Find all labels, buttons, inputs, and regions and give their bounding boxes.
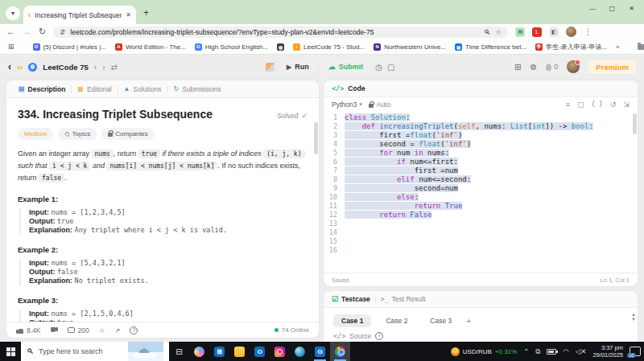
tab-solutions[interactable]: ▲Solutions <box>118 85 167 93</box>
timer-icon[interactable]: ◷ <box>375 63 382 72</box>
tab-close-icon[interactable]: ✕ <box>126 11 131 18</box>
thumbs-down-icon[interactable] <box>51 327 58 334</box>
copilot-icon[interactable] <box>189 342 209 361</box>
code-editor[interactable]: 1class Solution:2 def increasingTriplet(… <box>324 112 638 273</box>
tab-description[interactable]: ▤Description <box>13 85 71 93</box>
display-icon[interactable]: ⧉ <box>535 347 540 356</box>
currency-ticker[interactable]: USD/RUB +0.31% <box>451 347 517 356</box>
testcase-scrollbar[interactable]: ▲▼ <box>631 312 636 322</box>
tab-testcase[interactable]: ☑ Testcase <box>332 295 370 303</box>
like-button[interactable]: 8.4K <box>16 326 41 334</box>
code-line: 15 <box>324 237 638 246</box>
pinned-app-icon[interactable]: G <box>310 342 330 361</box>
bookmark-label: Time Difference bet... <box>465 43 526 51</box>
site-info-icon[interactable]: ⇵ <box>60 28 65 36</box>
tab-submissions[interactable]: ↻Submissions <box>168 85 227 93</box>
refresh-button[interactable]: ↻ <box>39 27 46 36</box>
bookmark-item[interactable]: ◍Time Difference bet... <box>455 43 526 51</box>
prev-problem-icon[interactable]: ‹ <box>94 63 97 72</box>
reset-code-icon[interactable]: ↺ <box>610 101 617 109</box>
tab-search-button[interactable]: ▾ <box>6 6 20 20</box>
submit-button[interactable]: ☁ Submit <box>321 59 371 74</box>
fullscreen-icon[interactable]: ⇲ <box>623 101 630 109</box>
topics-button[interactable]: ◇ Topics <box>58 128 97 140</box>
note-icon[interactable]: ▢ <box>387 63 394 72</box>
case-tab-2[interactable]: Case 2 <box>378 314 415 327</box>
tab-editorial[interactable]: ▦Editorial <box>72 85 117 93</box>
microsoft-store-icon[interactable]: ⊞ <box>209 342 229 361</box>
bookmark-icon[interactable]: ▢ <box>577 101 584 109</box>
share-icon[interactable]: ↗ <box>114 326 120 334</box>
all-bookmarks-button[interactable]: All Bookmarks <box>638 43 644 51</box>
extension-icon-mail[interactable]: ▤ <box>515 27 525 37</box>
edge-icon[interactable] <box>290 342 310 361</box>
tray-expand-icon[interactable]: ⌃ <box>523 347 529 355</box>
run-button[interactable]: ▶ Run <box>279 59 316 74</box>
favorite-star-icon[interactable]: ☆ <box>99 326 105 334</box>
source-row[interactable]: </> Source ? <box>324 330 638 342</box>
bookmark-item[interactable]: ‹LeetCode 75 - Stud... <box>293 43 365 51</box>
taskbar-clock[interactable]: 3:37 pm 29/01/2025 <box>592 344 623 359</box>
tab-test-result[interactable]: >_ Test Result <box>381 295 426 303</box>
minimize-button[interactable]: — <box>589 5 596 12</box>
chrome-icon[interactable] <box>330 342 350 361</box>
auto-toggle[interactable]: Auto <box>369 101 391 109</box>
start-button[interactable] <box>0 342 21 361</box>
task-view-button[interactable]: ⊟ <box>169 342 189 361</box>
network-icon[interactable]: ◠ <box>563 347 568 355</box>
editor-scrollbar[interactable] <box>633 113 637 134</box>
format-icon[interactable]: ≡ <box>566 101 570 109</box>
premium-button[interactable]: Premium <box>588 60 636 74</box>
source-help-icon[interactable]: ? <box>375 332 383 340</box>
close-button[interactable]: ✕ <box>629 5 634 12</box>
zoom-icon[interactable]: 🔍︎ <box>484 28 491 36</box>
gear-icon[interactable]: ⚙ <box>530 63 537 72</box>
browser-menu-icon[interactable]: ⋮ <box>584 27 592 36</box>
bookmark-item[interactable]: D(5) Discord | #rules |... <box>33 43 106 51</box>
help-icon[interactable]: ? <box>130 326 138 334</box>
difficulty-badge[interactable]: Medium <box>18 128 53 140</box>
maximize-button[interactable]: ▢ <box>609 5 616 12</box>
weather-widget-image[interactable] <box>128 342 163 361</box>
address-bar[interactable]: ⇵ leetcode.com/problems/increasing-tripl… <box>53 27 508 38</box>
new-tab-button[interactable]: + <box>143 7 149 18</box>
forward-button[interactable]: → <box>23 27 31 36</box>
notification-center-icon[interactable]: 10 <box>630 347 641 356</box>
language-selector[interactable]: Python3 ▾ <box>332 101 362 109</box>
next-problem-icon[interactable]: › <box>102 63 105 72</box>
add-case-button[interactable]: + <box>466 317 471 326</box>
user-avatar[interactable] <box>567 60 580 73</box>
comments-button[interactable]: 200 <box>68 326 89 334</box>
bookmark-star-icon[interactable]: ☆ <box>496 28 502 36</box>
notebook-icon[interactable] <box>266 63 275 72</box>
file-explorer-icon[interactable] <box>229 342 250 361</box>
layout-icon[interactable]: ⊞ <box>514 63 521 72</box>
collapse-nav-icon[interactable]: ‹ <box>8 61 11 72</box>
companies-button[interactable]: Companies <box>101 128 154 140</box>
extensions-puzzle-icon[interactable]: ◧ <box>549 27 559 37</box>
outlook-icon[interactable]: O <box>250 342 270 361</box>
battery-icon[interactable] <box>547 349 556 355</box>
case-tab-3[interactable]: Case 3 <box>422 314 460 327</box>
study-plan-title[interactable]: LeetCode 75 <box>43 63 89 72</box>
bookmark-item[interactable]: AWorld Edition - The... <box>115 43 186 51</box>
leetcode-logo-icon[interactable]: ‹› <box>17 62 23 72</box>
back-button[interactable]: ← <box>6 27 15 36</box>
bookmark-item[interactable]: ◍ <box>277 43 284 51</box>
shuffle-icon[interactable]: ⇄ <box>111 63 118 72</box>
apps-grid-icon[interactable]: ⊞ <box>8 43 15 51</box>
streak-flame-icon[interactable]: 0 <box>546 63 558 71</box>
bookmark-item[interactable]: GHigh School English... <box>195 43 268 51</box>
bookmarks-overflow-icon[interactable]: » <box>616 43 619 51</box>
browser-profile-avatar[interactable] <box>566 27 576 37</box>
bookmark-item[interactable]: 学学生-录入申请-申请... <box>535 43 607 51</box>
browser-tab[interactable]: ‹ Increasing Triplet Subsequence ✕ <box>23 6 136 24</box>
problem-scrollbar[interactable] <box>314 122 318 154</box>
volume-muted-icon[interactable]: ◁✕ <box>576 347 587 355</box>
case-tab-1[interactable]: Case 1 <box>333 314 371 327</box>
instagram-icon[interactable] <box>270 342 290 361</box>
bookmark-item[interactable]: NNorthwestern Unive... <box>374 43 446 51</box>
snippets-icon[interactable]: { } <box>591 101 602 109</box>
taskbar-search[interactable]: 🔍︎ Type here to search <box>21 342 169 361</box>
extension-icon-red[interactable]: L <box>532 27 542 37</box>
